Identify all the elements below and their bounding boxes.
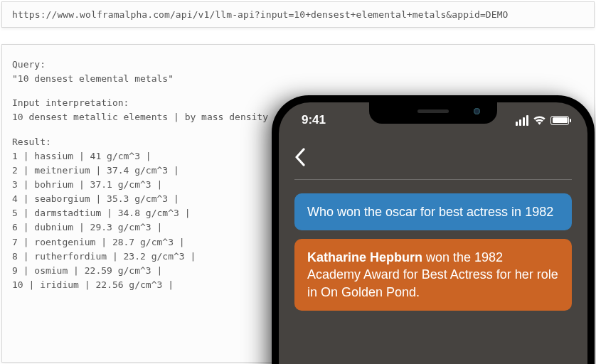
chevron-left-icon [294, 148, 306, 166]
phone-screen: 9:41 Who won the oscar for best actress … [279, 102, 587, 364]
signal-icon [516, 115, 528, 126]
chat-user-message[interactable]: Who won the oscar for best actress in 19… [294, 193, 572, 230]
api-url-text: https://www.wolframalpha.com/api/v1/llm-… [12, 9, 509, 20]
chat-bot-message: Katharine Hepburn won the 1982 Academy A… [294, 239, 572, 311]
back-button[interactable] [294, 148, 306, 170]
api-url-box[interactable]: https://www.wolframalpha.com/api/v1/llm-… [1, 1, 595, 28]
chat-bot-strong: Katharine Hepburn [307, 250, 422, 264]
battery-icon [550, 116, 569, 125]
wifi-icon [533, 115, 546, 125]
header-divider [294, 179, 572, 180]
query-label: Query: [12, 58, 584, 72]
phone-notch [369, 102, 497, 124]
query-value: "10 densest elemental metals" [12, 72, 584, 86]
chat-user-text: Who won the oscar for best actress in 19… [307, 205, 553, 219]
status-time: 9:41 [297, 113, 326, 127]
phone-device: 9:41 Who won the oscar for best actress … [272, 95, 595, 364]
